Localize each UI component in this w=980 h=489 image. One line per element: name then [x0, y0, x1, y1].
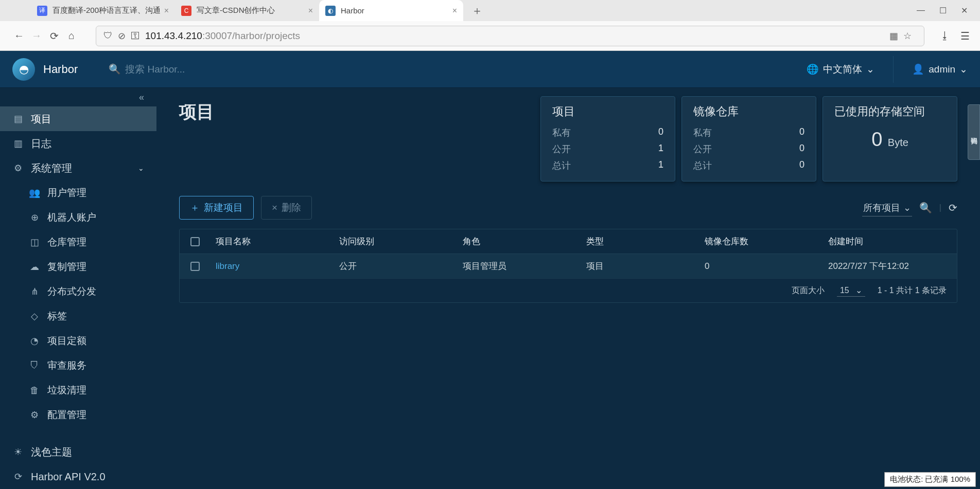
- sidebar-item-system[interactable]: ⚙系统管理⌄: [0, 156, 156, 180]
- sun-icon: ☀: [12, 446, 24, 458]
- stat-key: 总计: [552, 159, 571, 172]
- stat-val: 1: [658, 143, 663, 155]
- column-header[interactable]: 类型: [581, 236, 699, 247]
- sidebar-item-label: Harbor API V2.0: [31, 471, 106, 483]
- url-port: :30007: [202, 30, 232, 42]
- stat-val: 0: [799, 159, 804, 172]
- project-filter-dropdown[interactable]: 所有项目⌄: [862, 200, 912, 216]
- lock-slash-icon: ⊘: [118, 30, 126, 42]
- chevron-down-icon: ⌄: [959, 63, 968, 75]
- close-icon[interactable]: ×: [164, 6, 169, 15]
- page-range: 1 - 1 共计 1 条记录: [878, 285, 947, 296]
- address-bar: ← → ⟳ ⌂ 🛡 ⊘ ⚿ 101.43.4.210:30007/harbor/…: [0, 21, 980, 50]
- collapse-sidebar-button[interactable]: «: [0, 88, 156, 106]
- project-name-link[interactable]: library: [216, 261, 239, 271]
- select-all-checkbox[interactable]: [190, 237, 200, 246]
- sidebar-item-labels[interactable]: ◇标签: [0, 304, 156, 329]
- column-header[interactable]: 角色: [458, 236, 581, 247]
- minimize-icon[interactable]: —: [917, 6, 925, 15]
- sidebar-item-label: 系统管理: [31, 161, 72, 175]
- stat-key: 私有: [693, 126, 712, 139]
- chevron-down-icon: ⌄: [855, 285, 862, 295]
- close-icon[interactable]: ×: [308, 6, 313, 15]
- globe-icon: 🌐: [807, 63, 819, 75]
- column-header[interactable]: 创建时间: [823, 236, 957, 247]
- maximize-icon[interactable]: ☐: [939, 6, 947, 15]
- sidebar-item-api[interactable]: ⟳Harbor API V2.0: [0, 464, 156, 489]
- sidebar-item-replication[interactable]: ☁复制管理: [0, 255, 156, 279]
- table-row[interactable]: library 公开 项目管理员 项目 0 2022/7/27 下午12:02: [180, 254, 957, 279]
- chevron-down-icon: ⌄: [866, 63, 874, 75]
- browser-tab[interactable]: C 写文章-CSDN创作中心 ×: [175, 0, 319, 21]
- sidebar-item-quota[interactable]: ◔项目定额: [0, 329, 156, 353]
- cell-type: 项目: [581, 260, 699, 272]
- column-header[interactable]: 项目名称: [211, 236, 334, 247]
- new-project-button[interactable]: ＋新建项目: [179, 196, 254, 220]
- battery-tooltip: 电池状态: 已充满 100%: [884, 472, 976, 487]
- stat-key: 公开: [693, 143, 712, 155]
- projects-table: 项目名称 访问级别 角色 类型 镜像仓库数 创建时间 library 公开 项目…: [179, 229, 957, 303]
- sidebar-item-theme[interactable]: ☀浅色主题: [0, 440, 156, 464]
- cell-created: 2022/7/27 下午12:02: [823, 260, 957, 272]
- main-content: 扫码咨询 项目 项目 私有0 公开1 总计1 镜像仓库 私有0 公开0 总计0 …: [156, 88, 980, 489]
- stat-val: 1: [658, 159, 663, 172]
- search-icon[interactable]: 🔍: [919, 202, 932, 214]
- browser-tab[interactable]: 译 百度翻译-200种语言互译、沟通 ×: [31, 0, 175, 21]
- close-window-icon[interactable]: ✕: [961, 6, 968, 15]
- stat-card-storage: 已使用的存储空间 0 Byte: [822, 96, 957, 182]
- sidebar-item-distribution[interactable]: ⋔分布式分发: [0, 279, 156, 304]
- sidebar-item-label: 项目: [31, 112, 51, 126]
- url-path: /harbor/projects: [232, 30, 300, 42]
- reload-button[interactable]: ⟳: [45, 27, 63, 45]
- stat-key: 总计: [693, 159, 712, 172]
- sidebar-item-label: 复制管理: [47, 260, 86, 274]
- column-header[interactable]: 镜像仓库数: [699, 236, 823, 247]
- back-button[interactable]: ←: [10, 27, 28, 45]
- delete-button[interactable]: ×删除: [261, 196, 312, 220]
- page-size-label: 页面大小: [792, 285, 825, 296]
- table-header: 项目名称 访问级别 角色 类型 镜像仓库数 创建时间: [180, 229, 957, 254]
- quota-icon: ◔: [29, 335, 40, 347]
- sidebar-item-projects[interactable]: ▤项目: [0, 106, 156, 131]
- sidebar-item-users[interactable]: 👥用户管理: [0, 180, 156, 205]
- search-input[interactable]: [125, 64, 279, 75]
- filter-label: 所有项目: [863, 202, 900, 214]
- tag-icon: ◇: [29, 311, 40, 322]
- download-icon[interactable]: ⭳: [940, 30, 950, 42]
- gear-icon: ⚙: [12, 162, 24, 174]
- column-header[interactable]: 访问级别: [334, 236, 458, 247]
- sidebar-item-gc[interactable]: 🗑垃圾清理: [0, 378, 156, 403]
- language-label: 中文简体: [823, 63, 862, 76]
- url-bar[interactable]: 🛡 ⊘ ⚿ 101.43.4.210:30007/harbor/projects…: [96, 26, 924, 46]
- tab-title: 写文章-CSDN创作中心: [197, 6, 275, 15]
- home-button[interactable]: ⌂: [63, 27, 80, 45]
- forward-button[interactable]: →: [28, 27, 45, 45]
- cloud-icon: ☁: [29, 261, 40, 273]
- browser-tab-active[interactable]: ◐ Harbor ×: [319, 0, 463, 21]
- users-icon: 👥: [29, 187, 40, 198]
- key-icon: ⚿: [131, 30, 140, 41]
- sidebar-item-robots[interactable]: ⊕机器人账户: [0, 205, 156, 230]
- side-tab-handle[interactable]: 扫码咨询: [968, 104, 980, 160]
- api-icon: ⟳: [12, 471, 24, 482]
- row-checkbox[interactable]: [190, 262, 200, 271]
- language-selector[interactable]: 🌐 中文简体 ⌄: [807, 63, 874, 76]
- refresh-icon[interactable]: ⟳: [949, 202, 957, 214]
- stat-title: 已使用的存储空间: [834, 104, 946, 119]
- window-controls: — ☐ ✕: [917, 6, 980, 15]
- sidebar-item-label: 标签: [47, 310, 67, 323]
- page-size-select[interactable]: 15⌄: [837, 284, 865, 297]
- qr-icon[interactable]: ▦: [889, 30, 898, 42]
- sidebar-item-interrogation[interactable]: ⛉审查服务: [0, 353, 156, 378]
- tab-title: Harbor: [341, 6, 364, 15]
- sidebar-item-label: 分布式分发: [47, 285, 96, 298]
- close-icon[interactable]: ×: [452, 6, 457, 15]
- user-menu[interactable]: 👤 admin ⌄: [912, 63, 968, 75]
- sidebar-item-config[interactable]: ⚙配置管理: [0, 403, 156, 427]
- menu-icon[interactable]: ☰: [960, 30, 970, 42]
- sidebar-item-registries[interactable]: ◫仓库管理: [0, 230, 156, 255]
- new-tab-button[interactable]: ＋: [463, 3, 491, 19]
- sidebar-item-logs[interactable]: ▥日志: [0, 131, 156, 156]
- bookmark-icon[interactable]: ☆: [903, 30, 912, 42]
- global-search[interactable]: 🔍: [109, 63, 807, 75]
